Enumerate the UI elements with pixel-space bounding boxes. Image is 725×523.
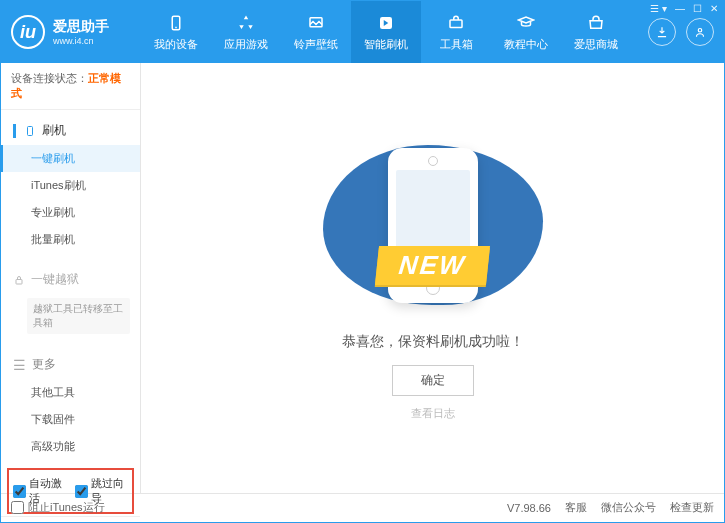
nav-store[interactable]: 爱思商城 (561, 1, 631, 63)
view-log-link[interactable]: 查看日志 (411, 406, 455, 421)
tutorial-icon (516, 13, 536, 33)
menu-icon[interactable]: ☰ ▾ (650, 3, 667, 14)
lock-icon (13, 274, 25, 286)
more-icon: ☰ (13, 357, 26, 373)
sidebar-item-oneclick[interactable]: 一键刷机 (1, 145, 140, 172)
apps-icon (236, 13, 256, 33)
main-nav: 我的设备 应用游戏 铃声壁纸 智能刷机 工具箱 教程中心 爱思商城 (141, 1, 648, 63)
svg-point-5 (698, 29, 702, 33)
connection-status: 设备连接状态：正常模式 (1, 63, 140, 110)
success-illustration: NEW (313, 135, 553, 315)
nav-my-device[interactable]: 我的设备 (141, 1, 211, 63)
user-button[interactable] (686, 18, 714, 46)
nav-flash[interactable]: 智能刷机 (351, 1, 421, 63)
nav-toolbox[interactable]: 工具箱 (421, 1, 491, 63)
new-ribbon: NEW (375, 246, 490, 285)
sidebar-item-download-firmware[interactable]: 下载固件 (1, 406, 140, 433)
sidebar-item-advanced[interactable]: 高级功能 (1, 433, 140, 460)
app-header: ☰ ▾ — ☐ ✕ iu 爱思助手 www.i4.cn 我的设备 应用游戏 铃声… (1, 1, 724, 63)
nav-tutorials[interactable]: 教程中心 (491, 1, 561, 63)
device-info[interactable]: iPhone 12 mini 64GB Down-12mini-13,1 (1, 516, 140, 523)
app-logo: iu 爱思助手 www.i4.cn (11, 15, 141, 49)
wallpaper-icon (306, 13, 326, 33)
ok-button[interactable]: 确定 (392, 365, 474, 396)
success-message: 恭喜您，保资料刷机成功啦！ (342, 333, 524, 351)
sidebar-jailbreak-header: 一键越狱 (1, 265, 140, 294)
flash-icon (376, 13, 396, 33)
window-controls: ☰ ▾ — ☐ ✕ (650, 3, 718, 14)
sidebar-item-batch[interactable]: 批量刷机 (1, 226, 140, 253)
svg-rect-4 (450, 20, 462, 28)
download-button[interactable] (648, 18, 676, 46)
phone-icon (166, 13, 186, 33)
app-title: 爱思助手 (53, 18, 109, 36)
wechat-link[interactable]: 微信公众号 (601, 500, 656, 515)
sidebar-item-other-tools[interactable]: 其他工具 (1, 379, 140, 406)
version-label: V7.98.66 (507, 502, 551, 514)
sidebar-item-itunes[interactable]: iTunes刷机 (1, 172, 140, 199)
block-itunes-checkbox[interactable]: 阻止iTunes运行 (11, 500, 105, 515)
store-icon (586, 13, 606, 33)
sidebar-more-header[interactable]: ☰ 更多 (1, 350, 140, 379)
logo-icon: iu (11, 15, 45, 49)
svg-rect-6 (28, 126, 33, 135)
minimize-icon[interactable]: — (675, 3, 685, 14)
nav-apps[interactable]: 应用游戏 (211, 1, 281, 63)
maximize-icon[interactable]: ☐ (693, 3, 702, 14)
toolbox-icon (446, 13, 466, 33)
jailbreak-note: 越狱工具已转移至工具箱 (27, 298, 130, 334)
sidebar: 设备连接状态：正常模式 刷机 一键刷机 iTunes刷机 专业刷机 批量刷机 一… (1, 63, 141, 493)
sidebar-item-pro[interactable]: 专业刷机 (1, 199, 140, 226)
customer-service-link[interactable]: 客服 (565, 500, 587, 515)
main-content: NEW 恭喜您，保资料刷机成功啦！ 确定 查看日志 (141, 63, 724, 493)
svg-rect-7 (16, 279, 22, 284)
nav-ringtones[interactable]: 铃声壁纸 (281, 1, 351, 63)
check-update-link[interactable]: 检查更新 (670, 500, 714, 515)
close-icon[interactable]: ✕ (710, 3, 718, 14)
app-subtitle: www.i4.cn (53, 36, 109, 46)
header-actions (648, 18, 714, 46)
phone-small-icon (24, 125, 36, 137)
sidebar-flash-header[interactable]: 刷机 (1, 116, 140, 145)
